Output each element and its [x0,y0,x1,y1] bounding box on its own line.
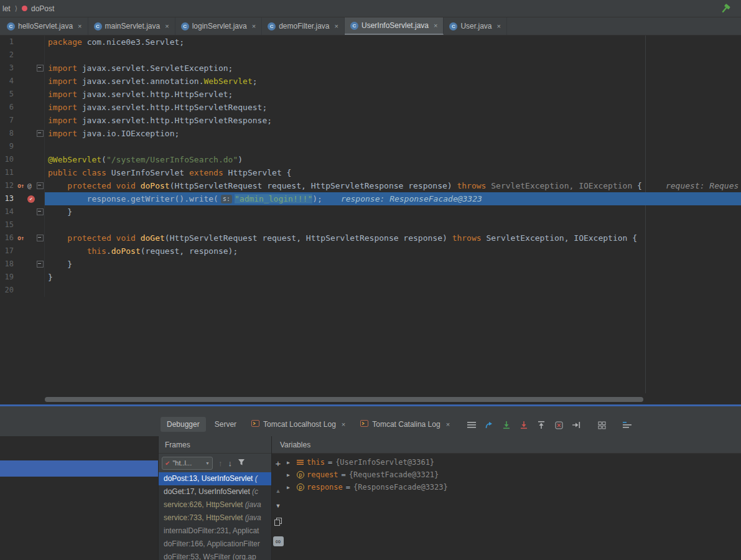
async-stacks-toggle-icon[interactable]: ∞ [273,536,284,546]
code-text[interactable]: @WebServlet("/system/UserInfoSearch.do") [45,153,741,166]
code-text[interactable]: import javax.servlet.http.HttpServlet; [45,88,741,101]
stack-frame-item[interactable]: service:733, HttpServlet (java [159,511,271,525]
stack-frame-item[interactable]: internalDoFilter:231, Applicat [159,525,271,538]
editor-tab[interactable]: CUser.java× [444,17,506,35]
menu-icon[interactable] [465,418,478,432]
fold-marker-icon[interactable] [36,208,44,215]
fold-marker-icon[interactable] [36,235,44,241]
editor-tab[interactable]: CUserInfoServlet.java× [345,17,444,35]
filter-frames-icon[interactable] [238,457,245,469]
code-text[interactable] [45,284,741,297]
gutter-cell[interactable]: 8 [0,127,45,140]
gutter-cell[interactable]: 16o↑ [0,231,45,245]
code-text[interactable]: this.doPost(request, response); [45,245,741,258]
gutter-cell[interactable]: 11 [0,166,45,179]
code-text[interactable]: import javax.servlet.ServletException; [45,62,741,75]
grid-view-icon[interactable] [595,418,608,432]
scroll-down-green-icon[interactable] [500,418,513,432]
gutter-cell[interactable]: 4 [0,75,45,88]
close-icon[interactable]: × [446,421,450,428]
scroll-to-end-icon[interactable] [569,418,583,432]
code-text[interactable]: import javax.servlet.http.HttpServletRes… [45,114,741,127]
gutter-cell[interactable]: 5 [0,88,45,101]
gutter-cell[interactable]: 14 [0,205,45,218]
breakpoint-icon[interactable]: ✔ [27,195,35,203]
stack-frame-item[interactable]: doPost:13, UserInfoServlet ( [159,472,271,485]
layout-settings-icon[interactable] [620,418,634,432]
override-method-icon[interactable]: o↑ [17,179,24,192]
clear-icon[interactable] [552,418,566,432]
debug-tab-debugger[interactable]: Debugger [161,417,206,432]
code-text[interactable]: import java.io.IOException; [45,127,741,140]
fold-marker-icon[interactable] [36,130,44,137]
scrollbar-thumb[interactable] [45,397,643,402]
gutter-cell[interactable]: 7 [0,114,45,127]
gutter-cell[interactable]: 3 [0,62,45,75]
code-text[interactable]: } [45,258,741,271]
code-text[interactable]: import javax.servlet.annotation.WebServl… [45,75,741,88]
fold-marker-icon[interactable] [36,182,44,189]
gutter-cell[interactable]: 18 [0,258,45,271]
copy-stack-icon[interactable] [274,517,282,528]
left-panel-selection-bar[interactable] [0,460,158,477]
gutter-cell[interactable]: 6 [0,101,45,114]
close-icon[interactable]: × [252,22,256,30]
scroll-down-red-icon[interactable] [517,418,531,432]
editor-tab[interactable]: CdemoFilter.java× [262,17,345,35]
gutter-cell[interactable]: 9 [0,140,45,153]
close-icon[interactable]: × [335,22,338,30]
gutter-cell[interactable]: 20 [0,284,45,297]
next-frame-button[interactable]: ↓ [228,459,233,468]
code-text[interactable]: public class UserInfoServlet extends Htt… [45,166,741,179]
code-text[interactable]: response.getWriter().write(s:"admin_logi… [45,192,741,205]
gutter-cell[interactable]: 2 [0,49,45,62]
variable-row[interactable]: ▶this={UserInfoServlet@3361} [287,456,741,469]
code-text[interactable] [45,49,741,62]
fold-marker-icon[interactable] [36,261,44,268]
scroll-up-icon[interactable] [534,418,548,432]
scroll-down-arrow-icon[interactable]: ▼ [276,503,281,509]
gutter-cell[interactable]: 17 [0,245,45,258]
stack-frame-item[interactable]: doFilter:53, WsFilter (org.ap [159,551,271,560]
variable-row[interactable]: ▶presponse={ResponseFacade@3323} [287,481,741,493]
horizontal-scrollbar[interactable] [0,396,741,403]
gutter-cell[interactable]: 15 [0,218,45,231]
add-watch-icon[interactable]: + [276,459,281,468]
code-text[interactable]: package com.nice0e3.Servlet; [45,35,741,49]
close-icon[interactable]: × [434,22,437,29]
close-icon[interactable]: × [165,22,169,30]
code-text[interactable] [45,218,741,231]
previous-frame-button[interactable]: ↑ [218,459,223,468]
code-text[interactable]: protected void doPost(HttpServletRequest… [45,179,741,192]
debug-tab-server[interactable]: Server [208,417,243,432]
debug-tab-tomcat-localhost-log[interactable]: Tomcat Localhost Log× [245,417,352,432]
expand-arrow-icon[interactable]: ▶ [287,472,297,478]
fold-marker-icon[interactable] [36,65,44,72]
thread-selector-dropdown[interactable]: ✔ "ht..l... ▼ [162,457,213,470]
soft-wrap-icon[interactable] [482,418,496,432]
build-hammer-icon[interactable] [720,3,731,14]
editor-tab[interactable]: CloginServlet.java× [175,17,263,35]
editor-tab[interactable]: ChelloServlet.java× [1,17,88,35]
scroll-up-arrow-icon[interactable]: ▲ [276,488,281,494]
variable-row[interactable]: ▶prequest={RequestFacade@3321} [287,469,741,481]
expand-arrow-icon[interactable]: ▶ [287,460,297,465]
code-text[interactable]: } [45,271,741,284]
breadcrumb-class[interactable]: let [2,4,11,13]
gutter-cell[interactable]: 1 [0,35,45,49]
stack-frame-item[interactable]: doGet:17, UserInfoServlet (c [159,485,271,498]
close-icon[interactable]: × [78,22,82,30]
gutter-cell[interactable]: 12o↑@ [0,179,45,192]
editor-tab[interactable]: CmainServlet.java× [88,17,175,35]
stack-frame-item[interactable]: service:626, HttpServlet (java [159,498,271,511]
code-text[interactable] [45,140,741,153]
debug-tab-tomcat-catalina-log[interactable]: Tomcat Catalina Log× [354,417,456,432]
expand-arrow-icon[interactable]: ▶ [287,485,297,490]
gutter-cell[interactable]: 13✔ [0,192,45,205]
override-method-icon[interactable]: o↑ [17,231,24,245]
breadcrumb-method[interactable]: doPost [31,4,54,13]
gutter-cell[interactable]: 19 [0,271,45,284]
editor[interactable]: 1package com.nice0e3.Servlet;23import ja… [0,35,741,404]
close-icon[interactable]: × [496,22,500,30]
code-text[interactable]: import javax.servlet.http.HttpServletReq… [45,101,741,114]
